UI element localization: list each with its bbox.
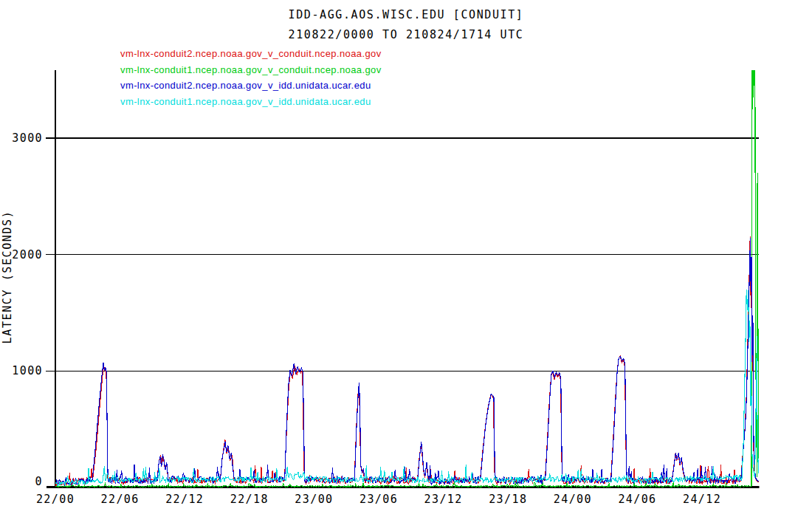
x-tick-label-23-18: 23/18 xyxy=(477,493,539,506)
y-tick-label-1000: 1000 xyxy=(3,364,43,377)
x-tick-label-24-12: 24/12 xyxy=(671,493,733,506)
x-tick-label-22-12: 22/12 xyxy=(154,493,216,506)
x-tick-label-22-18: 22/18 xyxy=(219,493,281,506)
x-tick-label-22-06: 22/06 xyxy=(89,493,151,506)
x-tick-label-23-00: 23/00 xyxy=(283,493,345,506)
y-tick-label-3000: 3000 xyxy=(3,131,43,145)
x-tick-label-23-06: 23/06 xyxy=(348,493,410,506)
latency-chart: IDD-AGG.AOS.WISC.EDU [CONDUIT] 210822/00… xyxy=(0,0,812,517)
y-tick-label-2000: 2000 xyxy=(3,248,43,261)
x-tick-label-22-00: 22/00 xyxy=(24,493,86,506)
x-tick-label-24-06: 24/06 xyxy=(606,493,668,506)
series-group xyxy=(55,71,759,487)
x-tick-label-24-00: 24/00 xyxy=(542,493,604,506)
y-tick-label-0: 0 xyxy=(3,475,43,488)
x-tick-label-23-12: 23/12 xyxy=(413,493,475,506)
series-line-1 xyxy=(55,236,759,487)
y-axis-line xyxy=(55,70,56,488)
series-line-3 xyxy=(55,238,759,486)
plot-area xyxy=(0,0,812,517)
series-line-2 xyxy=(55,71,759,487)
